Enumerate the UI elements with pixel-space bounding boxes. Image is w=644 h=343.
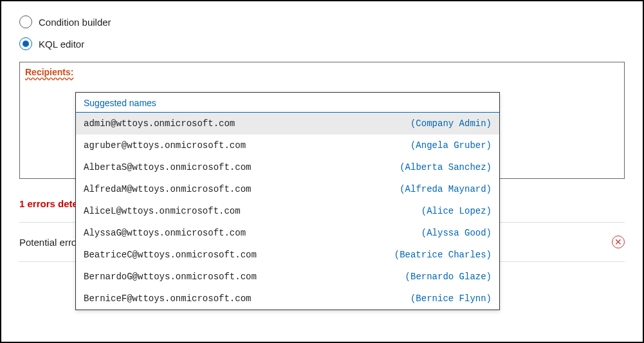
option-condition-builder[interactable]: Condition builder	[19, 15, 625, 28]
suggestion-item[interactable]: admin@wttoys.onmicrosoft.com(Company Adm…	[76, 113, 499, 134]
suggestions-popup: Suggested names admin@wttoys.onmicrosoft…	[75, 92, 500, 310]
suggestion-email: agruber@wttoys.onmicrosoft.com	[84, 140, 246, 151]
kql-token: Recipients:	[25, 67, 73, 77]
suggestion-display-name: (Alice Lopez)	[421, 206, 492, 216]
suggestion-display-name: (Alyssa Good)	[421, 228, 492, 238]
suggestion-item[interactable]: AlyssaG@wttoys.onmicrosoft.com(Alyssa Go…	[76, 222, 499, 244]
suggestion-display-name: (Angela Gruber)	[410, 140, 492, 151]
suggestions-list: admin@wttoys.onmicrosoft.com(Company Adm…	[76, 113, 499, 310]
radio-unselected-icon	[19, 15, 32, 28]
dismiss-button[interactable]: ✕	[612, 236, 625, 248]
suggestion-email: BernardoG@wttoys.onmicrosoft.com	[84, 272, 257, 282]
suggestion-display-name: (Alfreda Maynard)	[400, 184, 492, 194]
radio-selected-icon	[19, 37, 32, 50]
suggestion-display-name: (Beatrice Charles)	[394, 250, 492, 260]
suggestion-email: AlfredaM@wttoys.onmicrosoft.com	[84, 184, 251, 194]
suggestion-display-name: (Alberta Sanchez)	[400, 162, 492, 172]
option-label: Condition builder	[39, 17, 111, 28]
option-label: KQL editor	[39, 39, 84, 50]
suggestion-email: AlbertaS@wttoys.onmicrosoft.com	[84, 162, 251, 172]
suggestions-header: Suggested names	[76, 93, 499, 113]
suggestion-display-name: (Company Admin)	[410, 118, 492, 129]
suggestion-email: BerniceF@wttoys.onmicrosoft.com	[84, 293, 251, 304]
suggestion-item[interactable]: AlfredaM@wttoys.onmicrosoft.com(Alfreda …	[76, 178, 499, 200]
suggestion-email: BeatriceC@wttoys.onmicrosoft.com	[84, 250, 257, 260]
suggestion-email: AlyssaG@wttoys.onmicrosoft.com	[84, 228, 246, 238]
suggestion-item[interactable]: BeatriceC@wttoys.onmicrosoft.com(Beatric…	[76, 244, 499, 266]
suggestion-item[interactable]: AliceL@wttoys.onmicrosoft.com(Alice Lope…	[76, 200, 499, 222]
radio-dot-icon	[23, 41, 29, 47]
suggestion-email: AliceL@wttoys.onmicrosoft.com	[84, 206, 241, 216]
suggestion-display-name: (Bernardo Glaze)	[405, 272, 492, 282]
suggestion-item[interactable]: agruber@wttoys.onmicrosoft.com(Angela Gr…	[76, 134, 499, 156]
suggestion-item[interactable]: AlbertaS@wttoys.onmicrosoft.com(Alberta …	[76, 156, 499, 178]
suggestion-item[interactable]: BernardoG@wttoys.onmicrosoft.com(Bernard…	[76, 266, 499, 288]
suggestion-email: admin@wttoys.onmicrosoft.com	[84, 118, 235, 129]
suggestion-item[interactable]: BerniceF@wttoys.onmicrosoft.com(Bernice …	[76, 288, 499, 310]
option-kql-editor[interactable]: KQL editor	[19, 37, 625, 50]
suggestion-display-name: (Bernice Flynn)	[410, 293, 492, 304]
close-icon: ✕	[614, 237, 622, 246]
app-frame: Condition builder KQL editor Recipients:…	[0, 0, 644, 343]
